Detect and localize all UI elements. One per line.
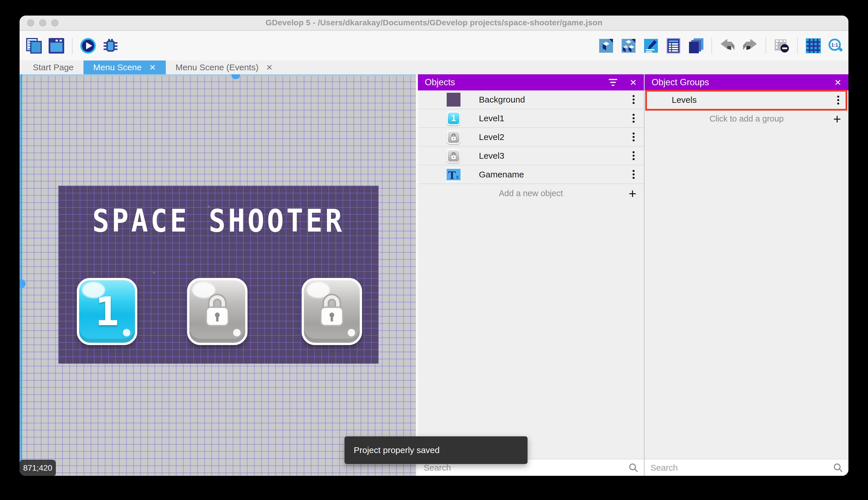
play-glyph xyxy=(80,37,96,54)
tab-menu-scene-events[interactable]: Menu Scene (Events) ✕ xyxy=(166,60,283,74)
frame-resize-handle-top[interactable] xyxy=(231,74,240,79)
project-manager-icon[interactable] xyxy=(26,38,42,54)
groups-panel-header: Object Groups ✕ xyxy=(645,74,848,90)
lock-icon xyxy=(450,151,457,160)
add-object-label: Add a new object xyxy=(499,189,563,198)
frame-resize-handle-left[interactable] xyxy=(20,280,26,288)
object-menu-icon[interactable] xyxy=(631,93,636,106)
object-glyph xyxy=(598,38,614,54)
zoom-icon[interactable]: 1:1 xyxy=(828,38,844,54)
object-menu-icon[interactable] xyxy=(631,112,636,124)
edit-glyph xyxy=(643,38,659,54)
mask-icon[interactable] xyxy=(774,38,790,54)
star-sparkles xyxy=(58,186,60,187)
redo-icon[interactable] xyxy=(742,38,758,54)
plus-icon: + xyxy=(629,188,636,199)
grid-icon[interactable] xyxy=(805,38,821,54)
close-panel-icon[interactable]: ✕ xyxy=(834,78,842,88)
group-row-levels[interactable]: Levels xyxy=(645,90,848,110)
groups-search-input[interactable] xyxy=(645,463,833,473)
add-group-label: Click to add a group xyxy=(709,114,784,124)
game-title-text[interactable]: SPACE SHOOTER xyxy=(58,203,378,239)
objects-panel: Objects ✕ Background 1 Level1 xyxy=(418,74,644,476)
tab-label: Menu Scene xyxy=(93,62,142,72)
gloss-dot xyxy=(233,329,241,337)
canvas-scrollbar-gutter[interactable] xyxy=(416,74,418,476)
scene-editor-canvas[interactable]: SPACE SHOOTER 1 xyxy=(20,74,416,476)
text-thumb-letter: T xyxy=(448,169,456,181)
events-glyph xyxy=(665,38,681,54)
object-groups-panel: Object Groups ✕ Levels Click to add a gr… xyxy=(645,74,848,476)
objects-panel-title: Objects xyxy=(425,77,455,88)
level1-button[interactable]: 1 xyxy=(77,278,137,345)
save-toast: Project properly saved xyxy=(344,436,528,464)
tab-menu-scene[interactable]: Menu Scene ✕ xyxy=(83,60,166,74)
locked-thumbnail xyxy=(447,130,460,144)
debug-icon[interactable] xyxy=(103,38,119,54)
events-sheet-icon[interactable] xyxy=(665,38,681,54)
undo-glyph xyxy=(719,37,736,54)
objects-panel-header: Objects ✕ xyxy=(418,74,644,90)
grid-glyph xyxy=(805,38,821,54)
screenshot-stage: GDevelop 5 - /Users/dkarakay/Documents/G… xyxy=(0,0,868,500)
toolbar-divider xyxy=(712,37,712,54)
close-tab-icon[interactable]: ✕ xyxy=(266,63,272,72)
text-object-thumbnail: Tx xyxy=(447,168,460,181)
edit-scene-properties-icon[interactable] xyxy=(643,38,659,54)
main-toolbar: 1:1 xyxy=(20,31,848,60)
game-frame-top-edge xyxy=(20,74,416,76)
title-bar: GDevelop 5 - /Users/dkarakay/Documents/G… xyxy=(20,15,848,31)
add-object-button[interactable]: Add a new object + xyxy=(418,184,644,203)
text-thumb-letter-sub: x xyxy=(456,174,459,180)
close-panel-icon[interactable]: ✕ xyxy=(630,78,637,88)
object-name: Level1 xyxy=(479,113,504,123)
redo-glyph xyxy=(742,37,758,54)
instances-list-icon[interactable] xyxy=(688,38,704,54)
tab-start-page[interactable]: Start Page xyxy=(23,60,83,74)
open-scene-icon[interactable] xyxy=(48,38,64,54)
lock-icon xyxy=(317,292,347,328)
close-tab-icon[interactable]: ✕ xyxy=(149,63,156,72)
object-groups-glyph xyxy=(621,38,637,54)
filter-icon[interactable] xyxy=(607,79,619,86)
object-groups-icon[interactable] xyxy=(621,38,637,54)
gdevelop-window: GDevelop 5 - /Users/dkarakay/Documents/G… xyxy=(20,15,848,476)
editor-content: SPACE SHOOTER 1 xyxy=(20,74,848,476)
background-object[interactable]: SPACE SHOOTER 1 xyxy=(58,186,378,363)
group-name: Levels xyxy=(672,95,697,105)
level-number: 1 xyxy=(79,288,135,335)
groups-panel-title: Object Groups xyxy=(652,77,709,88)
cursor-coordinates-badge: 871;420 xyxy=(20,460,56,476)
object-menu-icon[interactable] xyxy=(631,131,636,143)
editor-tab-bar: Start Page Menu Scene ✕ Menu Scene (Even… xyxy=(20,60,848,74)
object-row-level2[interactable]: Level2 xyxy=(418,128,644,147)
toolbar-divider xyxy=(797,37,798,54)
level2-button-locked[interactable] xyxy=(187,278,247,345)
object-name: Level2 xyxy=(479,132,504,142)
object-name: Level3 xyxy=(479,151,504,161)
object-row-level3[interactable]: Level3 xyxy=(418,147,644,165)
tab-label: Menu Scene (Events) xyxy=(176,62,258,72)
instances-glyph xyxy=(688,38,704,54)
level3-button-locked[interactable] xyxy=(302,278,362,345)
object-row-gamename[interactable]: Tx Gamename xyxy=(418,165,644,184)
group-menu-icon[interactable] xyxy=(835,94,841,106)
object-row-background[interactable]: Background xyxy=(418,90,644,109)
search-icon xyxy=(833,463,843,473)
mask-glyph xyxy=(774,37,790,54)
bug-glyph xyxy=(103,38,119,54)
add-object-icon[interactable] xyxy=(598,38,614,54)
object-row-level1[interactable]: 1 Level1 xyxy=(418,109,644,128)
toolbar-divider xyxy=(72,37,72,54)
background-thumbnail xyxy=(447,93,460,106)
window-title: GDevelop 5 - /Users/dkarakay/Documents/G… xyxy=(20,18,848,27)
toolbar-divider xyxy=(765,37,766,54)
tab-label: Start Page xyxy=(33,62,74,72)
plus-icon: + xyxy=(833,113,841,125)
objects-search-input[interactable] xyxy=(418,463,628,473)
undo-icon[interactable] xyxy=(719,38,736,54)
play-icon[interactable] xyxy=(80,38,96,54)
add-group-button[interactable]: Click to add a group + xyxy=(645,110,848,128)
object-menu-icon[interactable] xyxy=(631,168,636,181)
object-menu-icon[interactable] xyxy=(631,149,636,162)
